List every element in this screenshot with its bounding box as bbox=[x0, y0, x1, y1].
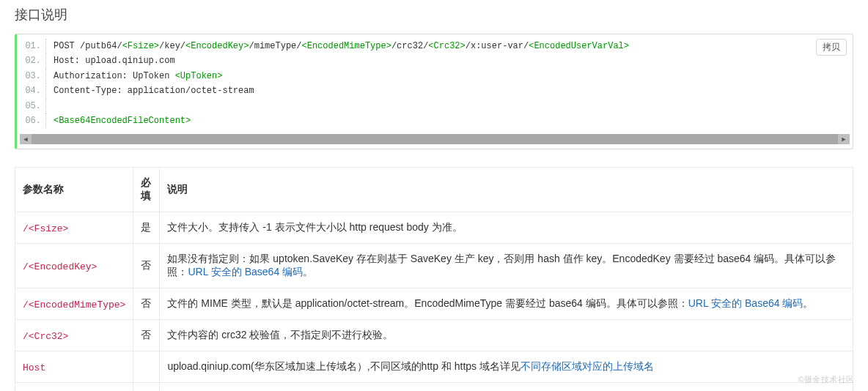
param-name-cell: /<Fsize> bbox=[15, 212, 133, 244]
code-token: /crc32/ bbox=[391, 41, 428, 51]
code-token: Host: upload.qiniup.com bbox=[54, 56, 175, 66]
code-token: Content-Type: application/octet-stream bbox=[54, 86, 254, 96]
param-name: /<EncodedKey> bbox=[23, 261, 97, 272]
code-line: 03.Authorization: UpToken <UpToken> bbox=[21, 69, 847, 83]
code-content: Content-Type: application/octet-stream bbox=[54, 83, 254, 98]
table-header-row: 参数名称 必填 说明 bbox=[15, 168, 853, 212]
code-token: /mimeType/ bbox=[249, 41, 301, 51]
code-line: 05. bbox=[21, 99, 847, 113]
param-name: /<Fsize> bbox=[23, 223, 68, 234]
param-desc-cell: 如果没有指定则：如果 uptoken.SaveKey 存在则基于 SaveKey… bbox=[160, 244, 853, 288]
line-number: 05. bbox=[21, 99, 46, 113]
param-desc-cell: 文件的 MIME 类型，默认是 application/octet-stream… bbox=[160, 288, 853, 320]
doc-link[interactable]: URL 安全的 Base64 编码 bbox=[688, 297, 803, 309]
col-header-desc: 说明 bbox=[160, 168, 853, 212]
table-body: /<Fsize>是文件大小。支持传入 -1 表示文件大小以 http reque… bbox=[15, 212, 853, 391]
line-number: 06. bbox=[21, 113, 46, 128]
param-name: /<Crc32> bbox=[23, 331, 68, 342]
param-name-cell: /<EncodedMimeType> bbox=[15, 288, 133, 320]
code-token-angle: <EncodedUserVarVal> bbox=[529, 41, 629, 51]
table-row: /<Crc32>否文件内容的 crc32 校验值，不指定则不进行校验。 bbox=[15, 320, 853, 351]
code-token: POST /putb64/ bbox=[54, 41, 122, 51]
param-required-cell bbox=[133, 351, 160, 383]
param-required-cell: 是 bbox=[133, 383, 160, 391]
col-header-required: 必填 bbox=[133, 168, 160, 212]
table-row: /<EncodedKey>否如果没有指定则：如果 uptoken.SaveKey… bbox=[15, 244, 853, 288]
code-token: /key/ bbox=[159, 41, 185, 51]
param-desc-cell: 文件内容的 crc32 校验值，不指定则不进行校验。 bbox=[160, 320, 853, 351]
code-content: Authorization: UpToken <UpToken> bbox=[54, 69, 222, 83]
code-line: 02.Host: upload.qiniup.com bbox=[21, 53, 847, 68]
table-row: UpToken是上传凭证，需要自行使用七牛算法单独构造生成，具体参考文档上传凭证 bbox=[15, 383, 853, 391]
code-token-angle: <Crc32> bbox=[428, 41, 465, 51]
code-line: 06.<Base64EncodedFileContent> bbox=[21, 113, 847, 128]
line-number: 04. bbox=[21, 83, 46, 98]
code-token: Authorization: UpToken bbox=[54, 71, 175, 81]
param-name-cell: /<Crc32> bbox=[15, 320, 133, 351]
code-token-angle: <EncodedMimeType> bbox=[302, 41, 391, 51]
param-name-cell: /<EncodedKey> bbox=[15, 244, 133, 288]
desc-text: 文件内容的 crc32 校验值，不指定则不进行校验。 bbox=[167, 329, 393, 340]
desc-text: 。 bbox=[303, 266, 313, 278]
code-content: Host: upload.qiniup.com bbox=[54, 53, 175, 68]
copy-button[interactable]: 拷贝 bbox=[816, 39, 847, 56]
param-desc-cell: 文件大小。支持传入 -1 表示文件大小以 http request body 为… bbox=[160, 212, 853, 244]
code-token-angle: <UpToken> bbox=[175, 71, 223, 81]
code-block: 拷贝 01.POST /putb64/<Fsize>/key/<EncodedK… bbox=[15, 34, 853, 149]
param-name-cell: UpToken bbox=[15, 383, 133, 391]
param-required-cell: 否 bbox=[133, 244, 160, 288]
scroll-right-icon[interactable]: ► bbox=[838, 134, 850, 144]
col-header-name: 参数名称 bbox=[15, 168, 133, 212]
desc-text: 。 bbox=[803, 297, 813, 309]
param-name: Host bbox=[23, 362, 45, 373]
code-area: 01.POST /putb64/<Fsize>/key/<EncodedKey>… bbox=[17, 34, 853, 131]
parameters-table: 参数名称 必填 说明 /<Fsize>是文件大小。支持传入 -1 表示文件大小以… bbox=[15, 167, 853, 391]
scroll-left-icon[interactable]: ◄ bbox=[20, 134, 32, 144]
param-required-cell: 否 bbox=[133, 320, 160, 351]
code-content: <Base64EncodedFileContent> bbox=[54, 113, 191, 128]
code-content: POST /putb64/<Fsize>/key/<EncodedKey>/mi… bbox=[54, 39, 629, 53]
param-name-cell: Host bbox=[15, 351, 133, 383]
code-token-angle: <EncodedKey> bbox=[185, 41, 249, 51]
table-row: /<EncodedMimeType>否文件的 MIME 类型，默认是 appli… bbox=[15, 288, 853, 320]
param-required-cell: 否 bbox=[133, 288, 160, 320]
code-token: /x:user-var/ bbox=[466, 41, 529, 51]
doc-link[interactable]: 不同存储区域对应的上传域名 bbox=[521, 360, 654, 372]
param-desc-cell: 上传凭证，需要自行使用七牛算法单独构造生成，具体参考文档上传凭证 bbox=[160, 383, 853, 391]
line-number: 01. bbox=[21, 39, 46, 53]
line-number: 03. bbox=[21, 69, 46, 83]
code-line: 01.POST /putb64/<Fsize>/key/<EncodedKey>… bbox=[21, 39, 847, 53]
table-row: Hostupload.qiniup.com(华东区域加速上传域名）,不同区域的h… bbox=[15, 351, 853, 383]
desc-text: 文件大小。支持传入 -1 表示文件大小以 http request body 为… bbox=[167, 221, 462, 233]
code-token-angle: <Base64EncodedFileContent> bbox=[54, 116, 191, 126]
param-name: /<EncodedMimeType> bbox=[23, 299, 125, 310]
table-row: /<Fsize>是文件大小。支持传入 -1 表示文件大小以 http reque… bbox=[15, 212, 853, 244]
param-desc-cell: upload.qiniup.com(华东区域加速上传域名）,不同区域的http … bbox=[160, 351, 853, 383]
doc-link[interactable]: URL 安全的 Base64 编码 bbox=[188, 266, 303, 278]
code-token-angle: <Fsize> bbox=[122, 41, 159, 51]
param-required-cell: 是 bbox=[133, 212, 160, 244]
code-line: 04.Content-Type: application/octet-strea… bbox=[21, 83, 847, 98]
section-title: 接口说明 bbox=[15, 6, 853, 23]
desc-text: upload.qiniup.com(华东区域加速上传域名）,不同区域的http … bbox=[167, 360, 521, 372]
horizontal-scrollbar[interactable]: ◄ ► bbox=[20, 134, 850, 144]
desc-text: 文件的 MIME 类型，默认是 application/octet-stream… bbox=[167, 297, 688, 309]
line-number: 02. bbox=[21, 53, 46, 68]
